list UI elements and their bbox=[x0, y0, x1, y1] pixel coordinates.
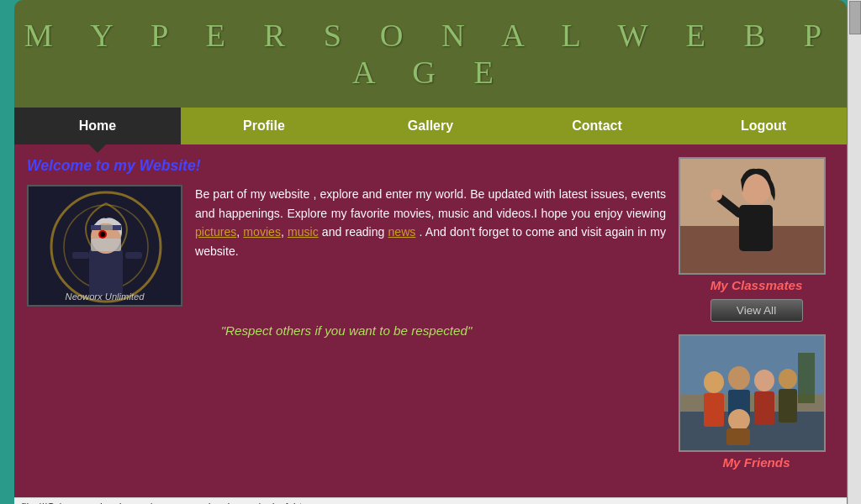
nav-home[interactable]: Home bbox=[14, 108, 181, 144]
intro-text-part1: Be part of my website , explore and ente… bbox=[195, 187, 666, 220]
status-text: file:///G:/personal webpage/my personal … bbox=[21, 501, 311, 504]
page-title: M Y P E R S O N A L W E B P A G E bbox=[14, 17, 847, 91]
anime-svg bbox=[29, 186, 182, 307]
svg-rect-24 bbox=[704, 393, 724, 427]
link-news[interactable]: news bbox=[388, 225, 416, 239]
svg-rect-3 bbox=[89, 249, 123, 296]
classmates-card: My Classmates View All bbox=[679, 157, 834, 322]
svg-rect-30 bbox=[779, 389, 797, 423]
svg-rect-11 bbox=[125, 252, 142, 259]
page-header: M Y P E R S O N A L W E B P A G E bbox=[14, 0, 847, 108]
svg-point-25 bbox=[728, 366, 750, 390]
status-bar: file:///G:/personal webpage/my personal … bbox=[14, 497, 847, 504]
friends-svg bbox=[680, 336, 826, 452]
scrollbar[interactable] bbox=[848, 0, 861, 504]
classmates-svg bbox=[680, 159, 826, 275]
anime-image-box: Neoworx Unlimited bbox=[27, 185, 182, 307]
svg-point-18 bbox=[710, 189, 722, 201]
main-content-area: Welcome to my Website! bbox=[14, 144, 847, 497]
intro-text-block: Be part of my website , explore and ente… bbox=[195, 185, 666, 307]
intro-section: Neoworx Unlimited Be part of my website … bbox=[27, 185, 666, 307]
classmates-photo bbox=[679, 157, 826, 275]
left-content: Welcome to my Website! bbox=[27, 157, 666, 485]
svg-rect-32 bbox=[726, 428, 750, 445]
link-music[interactable]: music bbox=[288, 225, 319, 239]
svg-point-29 bbox=[779, 369, 797, 389]
link-movies[interactable]: movies bbox=[243, 225, 281, 239]
view-all-classmates-button[interactable]: View All bbox=[710, 299, 803, 322]
link-pictures[interactable]: pictures bbox=[195, 225, 236, 239]
scrollbar-thumb[interactable] bbox=[849, 1, 861, 34]
friends-card: My Friends bbox=[679, 334, 834, 470]
right-sidebar: My Classmates View All bbox=[679, 157, 834, 485]
svg-rect-28 bbox=[754, 391, 774, 425]
anime-watermark: Neoworx Unlimited bbox=[29, 291, 181, 302]
welcome-heading: Welcome to my Website! bbox=[27, 157, 666, 175]
nav-profile[interactable]: Profile bbox=[181, 108, 347, 144]
quote-block: "Respect others if you want to be respec… bbox=[27, 323, 666, 338]
svg-point-27 bbox=[754, 370, 774, 391]
nav-gallery[interactable]: Gallery bbox=[347, 108, 514, 144]
svg-rect-9 bbox=[101, 225, 113, 230]
friends-photo bbox=[679, 334, 826, 452]
svg-point-31 bbox=[728, 409, 750, 431]
svg-rect-10 bbox=[72, 252, 89, 259]
nav-contact[interactable]: Contact bbox=[514, 108, 680, 144]
classmates-label: My Classmates bbox=[679, 278, 834, 292]
svg-rect-5 bbox=[91, 239, 121, 251]
friends-label: My Friends bbox=[679, 455, 834, 470]
svg-point-23 bbox=[704, 371, 724, 393]
navigation-bar: Home Profile Gallery Contact Logout bbox=[14, 108, 847, 144]
page-wrapper: M Y P E R S O N A L W E B P A G E Home P… bbox=[14, 0, 847, 504]
intro-text-and: and reading bbox=[322, 225, 388, 239]
nav-logout[interactable]: Logout bbox=[680, 108, 847, 144]
svg-rect-22 bbox=[798, 353, 815, 403]
svg-point-7 bbox=[100, 232, 105, 237]
svg-rect-16 bbox=[739, 205, 773, 251]
